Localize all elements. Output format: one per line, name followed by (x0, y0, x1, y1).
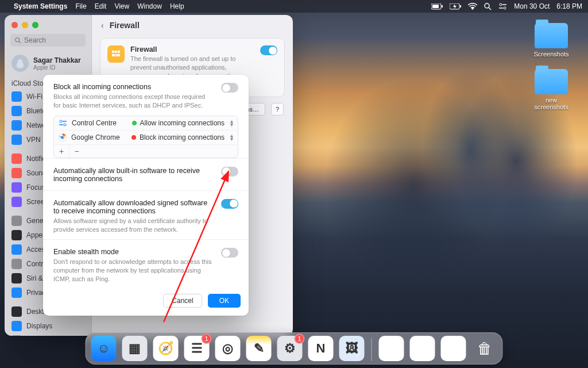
ok-button[interactable]: OK (208, 294, 241, 308)
menubar-date[interactable]: Mon 30 Oct (514, 2, 550, 10)
sidebar-account[interactable]: Sagar Thakkar Apple ID (5, 51, 91, 78)
firewall-options-sheet: Block all incoming connections Blocks al… (43, 75, 249, 316)
appearance-icon (11, 230, 22, 240)
minimize-icon[interactable] (22, 22, 28, 28)
finder-icon: ☺ (97, 341, 110, 356)
dock-preview[interactable]: 🖼 (339, 336, 365, 361)
svg-line-6 (489, 7, 491, 10)
app-status-selector[interactable]: Block incoming connections ▴▾ (131, 133, 233, 141)
dock-system-settings[interactable]: ⚙1 (277, 336, 303, 361)
display-icon (11, 321, 22, 331)
app-row-chrome[interactable]: Google Chrome Block incoming connections… (54, 130, 238, 144)
network-icon (11, 120, 22, 131)
notes-icon: ✎ (254, 341, 264, 356)
sidebar-item-wallpaper[interactable]: Wallpaper (5, 333, 91, 336)
folder-label: new screenshots (534, 97, 568, 110)
app-status-selector[interactable]: Allow incoming connections ▴▾ (132, 119, 233, 127)
menu-help[interactable]: Help (170, 2, 184, 10)
sliders-icon (11, 259, 22, 269)
folder-label: Screenshots (533, 51, 568, 57)
wallpaper-icon (11, 335, 22, 336)
page-title: Firewall (110, 21, 140, 30)
siri-icon (11, 273, 22, 283)
menu-edit[interactable]: Edit (95, 2, 107, 10)
desktop-icon (11, 306, 22, 317)
auto-signed-toggle[interactable] (221, 199, 238, 209)
firewall-toggle[interactable] (260, 45, 277, 55)
menubar: System Settings File Edit View Window He… (0, 0, 588, 13)
dock-safari[interactable]: 🧭 (153, 336, 179, 361)
app-row-control-centre[interactable]: Control Centre Allow incoming connection… (54, 116, 238, 130)
dock-notion[interactable]: N (308, 336, 334, 361)
sidebar-search[interactable] (10, 34, 86, 47)
charging-icon[interactable] (450, 3, 461, 10)
svg-point-20 (64, 124, 66, 126)
avatar (11, 55, 29, 72)
battery-status-icon[interactable] (431, 3, 443, 10)
hand-icon (11, 288, 22, 298)
launchpad-icon: ▦ (129, 341, 141, 356)
dock-recent-doc-3[interactable]: ▤ (441, 336, 466, 361)
sidebar-item-displays[interactable]: Displays (5, 319, 91, 333)
bell-icon (11, 154, 22, 164)
spotlight-icon[interactable] (484, 3, 492, 10)
dock-finder[interactable]: ☺ (91, 336, 117, 361)
desktop-folder-new-screenshots[interactable]: new screenshots (528, 69, 574, 110)
cancel-button[interactable]: Cancel (163, 294, 202, 308)
app-menu-name[interactable]: System Settings (14, 2, 67, 10)
remove-app-button[interactable]: − (69, 145, 84, 158)
svg-point-7 (500, 3, 502, 6)
dock-launchpad[interactable]: ▦ (122, 336, 148, 361)
control-centre-icon[interactable] (498, 3, 507, 10)
dock-separator (372, 338, 372, 361)
sidebar-item-label: VPN (26, 136, 41, 144)
trash-icon: 🗑 (477, 340, 492, 358)
block-all-toggle[interactable] (221, 83, 238, 93)
back-icon[interactable]: ‹ (101, 21, 104, 30)
block-all-desc: Blocks all incoming connections except t… (53, 93, 214, 110)
close-icon[interactable] (11, 22, 18, 28)
dock-recent-doc-2[interactable]: ▤ (410, 336, 435, 361)
moon-icon (11, 182, 22, 193)
accessibility-icon (11, 244, 22, 255)
folder-icon (535, 23, 568, 48)
notion-icon: N (316, 341, 326, 356)
svg-point-11 (16, 37, 20, 41)
speaker-icon (11, 168, 22, 178)
wifi-status-icon[interactable] (468, 3, 477, 10)
firewall-icon (107, 45, 125, 63)
firewall-card-title: Firewall (130, 45, 254, 53)
folder-icon (535, 69, 568, 94)
chrome-icon: ◎ (222, 341, 233, 356)
add-app-button[interactable]: + (54, 145, 69, 158)
gear-icon (11, 216, 22, 226)
menu-window[interactable]: Window (137, 2, 162, 10)
stealth-desc: Don't respond to or acknowledge attempts… (53, 258, 214, 283)
menubar-time[interactable]: 6:18 PM (556, 2, 582, 10)
dock-reminders[interactable]: ☰1 (184, 336, 210, 361)
auto-builtin-toggle[interactable] (221, 167, 238, 177)
app-name: Control Centre (72, 119, 117, 127)
desktop-folder-screenshots[interactable]: Screenshots (528, 23, 574, 57)
firewall-app-list: Control Centre Allow incoming connection… (53, 116, 238, 158)
dock-chrome[interactable]: ◎ (215, 336, 241, 361)
svg-point-18 (60, 120, 62, 122)
svg-rect-14 (112, 54, 120, 56)
account-sub: Apple ID (33, 64, 81, 71)
menu-view[interactable]: View (114, 2, 129, 10)
svg-rect-13 (112, 51, 120, 53)
help-button[interactable]: ? (271, 103, 284, 116)
svg-rect-2 (442, 5, 443, 7)
auto-signed-desc: Allows software signed by a valid certif… (53, 217, 214, 234)
svg-point-9 (504, 7, 506, 9)
recent-doc-3-icon: ▤ (446, 340, 461, 358)
dock-notes[interactable]: ✎ (246, 336, 272, 361)
stealth-toggle[interactable] (221, 248, 238, 258)
menu-file[interactable]: File (75, 2, 86, 10)
dock-recent-doc-1[interactable]: ▤ (379, 336, 404, 361)
block-all-title: Block all incoming connections (53, 83, 214, 91)
stepper-icon: ▴▾ (230, 134, 233, 141)
dock-trash[interactable]: 🗑 (472, 336, 497, 361)
zoom-icon[interactable] (32, 22, 38, 28)
dock-badge: 1 (202, 334, 212, 344)
